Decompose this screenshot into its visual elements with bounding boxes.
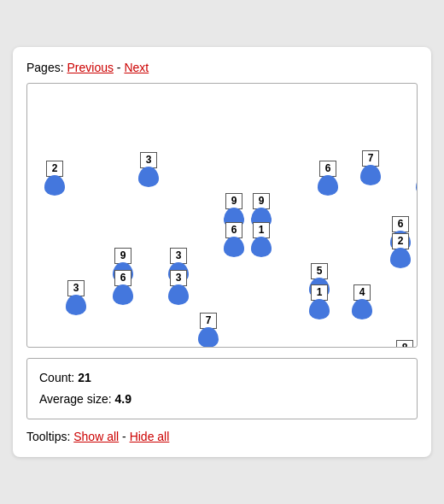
- dot-circle: [416, 175, 418, 196]
- show-all-link[interactable]: Show all: [73, 430, 119, 443]
- tooltip-row: Tooltips: Show all - Hide all: [26, 430, 418, 443]
- main-card: Pages: Previous - Next 23673996162933635…: [13, 47, 431, 457]
- dot-circle: [113, 284, 133, 305]
- count-row: Count: 21: [39, 367, 405, 389]
- dot-item[interactable]: 4: [352, 284, 372, 320]
- dots-canvas: 236739961629336351478: [26, 83, 418, 348]
- dot-circle: [309, 299, 330, 319]
- dot-item[interactable]: 3: [168, 270, 189, 306]
- dot-item[interactable]: 1: [309, 284, 330, 320]
- avg-row: Average size: 4.9: [39, 389, 405, 410]
- dot-item[interactable]: 7: [360, 150, 381, 186]
- dot-item[interactable]: 3: [138, 152, 159, 188]
- dot-item[interactable]: 6: [224, 222, 244, 258]
- dot-circle: [66, 295, 86, 315]
- tooltips-label: Tooltips:: [26, 430, 70, 443]
- dot-circle: [360, 165, 381, 185]
- dot-circle: [318, 175, 338, 196]
- dot-circle: [198, 327, 219, 347]
- count-label: Count:: [39, 371, 74, 384]
- dot-item[interactable]: 6: [113, 270, 133, 306]
- dot-item[interactable]: 3: [66, 280, 86, 316]
- dot-item[interactable]: 7: [198, 313, 219, 348]
- dot-circle: [44, 175, 65, 196]
- previous-link[interactable]: Previous: [67, 61, 113, 74]
- dot-circle: [390, 248, 411, 268]
- dot-circle: [352, 299, 372, 319]
- navigation-row: Pages: Previous - Next: [26, 61, 418, 74]
- dot-item[interactable]: 6: [318, 161, 338, 196]
- dot-item[interactable]: 1: [251, 222, 272, 258]
- dot-item[interactable]: 8: [394, 340, 415, 348]
- pages-label: Pages:: [26, 61, 64, 74]
- next-link[interactable]: Next: [124, 61, 149, 74]
- dot-circle: [138, 167, 159, 187]
- hide-all-link[interactable]: Hide all: [130, 430, 170, 443]
- dot-label: 8: [396, 340, 413, 348]
- dot-item[interactable]: 2: [390, 233, 411, 269]
- count-value: 21: [78, 371, 91, 384]
- dot-circle: [168, 284, 189, 305]
- dot-item[interactable]: 2: [44, 161, 65, 196]
- stats-box: Count: 21 Average size: 4.9: [26, 358, 418, 419]
- dot-item[interactable]: 3: [416, 161, 418, 196]
- dot-circle: [224, 237, 244, 257]
- avg-label: Average size:: [39, 392, 112, 406]
- dot-circle: [251, 237, 272, 257]
- avg-value: 4.9: [114, 392, 131, 406]
